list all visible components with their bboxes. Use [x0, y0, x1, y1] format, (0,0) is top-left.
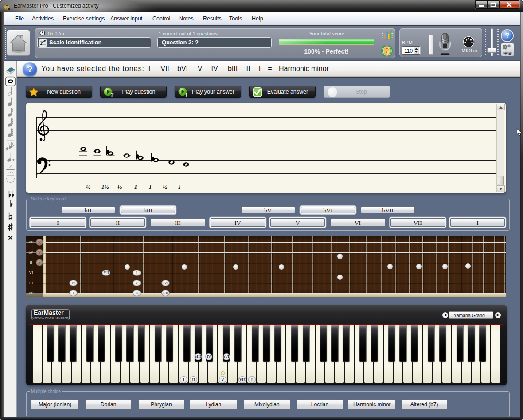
svg-text:½: ½ [163, 184, 167, 190]
svg-text:x: x [14, 177, 16, 180]
svg-text:1: 1 [178, 184, 181, 190]
svg-text:?: ? [110, 91, 114, 98]
svg-text:x: x [6, 177, 8, 180]
svg-text:!: ! [185, 91, 187, 98]
svg-text:1: 1 [134, 184, 137, 190]
svg-text:1: 1 [149, 184, 152, 190]
svg-text:1½: 1½ [101, 184, 109, 190]
svg-text:3: 3 [9, 164, 11, 169]
svg-text:½: ½ [117, 184, 122, 190]
svg-text:xxx: xxx [7, 170, 13, 174]
svg-text:½: ½ [86, 184, 90, 190]
